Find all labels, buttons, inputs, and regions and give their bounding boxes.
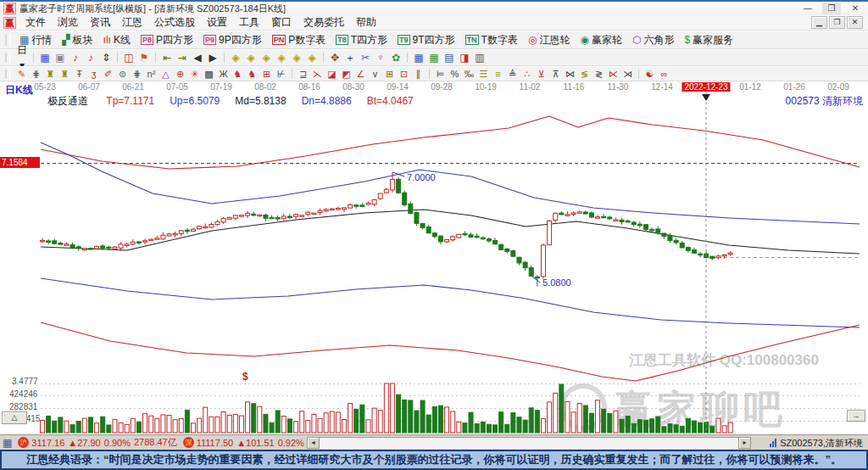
- tool-icon[interactable]: ⊼: [548, 67, 563, 81]
- tool-icon[interactable]: ♆: [373, 50, 388, 65]
- tool-icon[interactable]: ◩: [339, 67, 353, 81]
- tool-icon[interactable]: ▤: [442, 50, 457, 65]
- menu-item-9[interactable]: 帮助: [350, 15, 382, 30]
- tool-icon[interactable]: ✳: [187, 67, 202, 81]
- toolbar-grip[interactable]: [5, 53, 10, 64]
- tool-icon[interactable]: ▶: [205, 50, 220, 65]
- tool-icon[interactable]: ⊜: [115, 67, 130, 81]
- tool-icon[interactable]: ⇥: [175, 50, 190, 65]
- tool-icon[interactable]: ▩: [202, 67, 216, 81]
- horizontal-scrollbar[interactable]: ◂ ▸: [307, 437, 751, 449]
- tool-icon[interactable]: ‰: [462, 67, 476, 81]
- tool-icon[interactable]: ◈: [243, 50, 259, 65]
- tool-icon[interactable]: ✂: [358, 50, 373, 65]
- tool-icon[interactable]: ⊕: [173, 67, 187, 81]
- minimize-button[interactable]: —: [798, 3, 817, 14]
- toolbar-button-1[interactable]: ▞板块: [57, 31, 97, 48]
- tool-icon[interactable]: ∠: [353, 67, 368, 81]
- toolbar-button-7[interactable]: T99T四方形: [392, 31, 460, 48]
- toolbar-grip[interactable]: [5, 34, 10, 46]
- tool-icon[interactable]: ◪: [325, 67, 339, 81]
- tool-icon[interactable]: ⇕: [98, 50, 114, 65]
- menu-item-5[interactable]: 设置: [201, 15, 233, 30]
- tool-icon[interactable]: ✎: [14, 67, 29, 81]
- tool-icon[interactable]: ʒ: [86, 67, 101, 81]
- toolbar-button-2[interactable]: ılıK线: [98, 31, 136, 48]
- tool-icon[interactable]: ⚑: [136, 50, 152, 65]
- menu-item-8[interactable]: 交易委托: [298, 15, 350, 30]
- menu-item-6[interactable]: 工具: [233, 15, 265, 30]
- menu-item-7[interactable]: 窗口: [265, 15, 298, 30]
- menu-item-4[interactable]: 公式选股: [148, 15, 201, 30]
- tool-icon[interactable]: ▦: [411, 50, 426, 65]
- scroll-right-button[interactable]: →: [847, 410, 865, 422]
- toolbar-button-4[interactable]: P99P四方形: [198, 31, 267, 48]
- tool-icon[interactable]: ∴: [520, 67, 534, 81]
- child-restore-button[interactable]: ❐: [829, 16, 845, 29]
- toolbar-button-8[interactable]: TNT数字表: [460, 31, 523, 48]
- tool-icon[interactable]: ⋈: [563, 67, 577, 81]
- tool-icon[interactable]: ✥: [327, 50, 342, 65]
- tool-icon[interactable]: ♞: [245, 67, 259, 81]
- tool-icon[interactable]: ♪: [83, 50, 98, 65]
- child-minimize-button[interactable]: ▁: [811, 16, 827, 29]
- tool-icon[interactable]: ♜: [43, 67, 58, 81]
- tool-icon[interactable]: %: [448, 67, 462, 81]
- tool-icon[interactable]: ⊨: [433, 67, 448, 81]
- toolbar-button-12[interactable]: $赢家服务: [679, 31, 738, 48]
- tool-icon[interactable]: ▣: [53, 50, 68, 65]
- tool-icon[interactable]: ◈: [304, 50, 320, 65]
- toolbar-button-9[interactable]: ◎江恩轮: [523, 31, 575, 48]
- chart-canvas[interactable]: 江恩工具软件 QQ:100800360赢家聊吧7.00005.0800$: [0, 81, 868, 434]
- tool-icon[interactable]: ▥: [472, 50, 487, 65]
- toolbar-button-3[interactable]: P8P四方形: [136, 31, 198, 48]
- tool-icon[interactable]: ∨: [368, 67, 382, 81]
- child-close-button[interactable]: ✕: [847, 16, 863, 29]
- tool-icon[interactable]: ≶: [577, 67, 592, 81]
- market-grid-icon[interactable]: ▦: [3, 437, 12, 449]
- tool-icon[interactable]: ≡: [491, 67, 505, 81]
- menu-item-3[interactable]: 江恩: [116, 15, 148, 30]
- tool-icon[interactable]: Ŧ: [72, 67, 86, 81]
- tool-icon[interactable]: ≷: [592, 67, 606, 81]
- toolbar-button-11[interactable]: ⬡六角形: [627, 31, 679, 48]
- tool-icon[interactable]: ⋕: [29, 67, 43, 81]
- tool-icon[interactable]: ♞: [231, 67, 245, 81]
- tool-icon[interactable]: ⋊: [620, 67, 635, 81]
- tool-icon[interactable]: ♜: [58, 67, 72, 81]
- tool-icon[interactable]: ◈: [228, 50, 243, 65]
- tool-icon[interactable]: ⊞: [259, 67, 274, 81]
- tool-icon[interactable]: △: [159, 67, 173, 81]
- tool-icon[interactable]: ≜: [505, 67, 520, 81]
- expand-panel-button[interactable]: △: [2, 411, 27, 424]
- tool-icon[interactable]: ⊻: [534, 67, 548, 81]
- tool-icon[interactable]: ✐: [101, 67, 115, 81]
- tool-icon[interactable]: ⋋: [310, 67, 325, 81]
- toolbar-button-10[interactable]: ◉赢家轮: [575, 31, 626, 48]
- restore-button[interactable]: ❐: [822, 3, 841, 14]
- tool-icon[interactable]: ◫: [121, 50, 136, 65]
- tool-icon[interactable]: ⇤: [159, 50, 175, 65]
- tool-icon[interactable]: ＋: [342, 50, 358, 65]
- tool-icon[interactable]: ◨: [457, 50, 472, 65]
- tool-icon[interactable]: ◀: [190, 50, 205, 65]
- tool-icon[interactable]: ☰: [476, 67, 491, 81]
- toolbar-button-5[interactable]: PNP数字表: [267, 31, 331, 48]
- tool-icon[interactable]: ⋕: [130, 67, 144, 81]
- tool-icon[interactable]: ♪: [68, 50, 83, 65]
- scrollbar-left-arrow[interactable]: ◂: [307, 437, 320, 449]
- tool-icon[interactable]: ⊡: [397, 67, 411, 81]
- tool-icon[interactable]: ◈: [274, 50, 289, 65]
- tool-icon[interactable]: ⋉: [606, 67, 620, 81]
- tool-icon[interactable]: ◈: [289, 50, 304, 65]
- tool-icon[interactable]: ⊞: [382, 67, 397, 81]
- menu-item-2[interactable]: 资讯: [84, 15, 116, 30]
- tool-icon[interactable]: ☯: [643, 67, 657, 81]
- close-button[interactable]: ✕: [846, 3, 865, 14]
- scrollbar-right-arrow[interactable]: ▸: [738, 437, 751, 449]
- toolbar-grip[interactable]: [5, 69, 10, 78]
- tool-icon[interactable]: n²: [144, 67, 159, 81]
- tool-icon[interactable]: ▦: [426, 50, 442, 65]
- tool-icon[interactable]: Ж: [216, 67, 231, 81]
- tool-icon[interactable]: ⊒: [296, 67, 310, 81]
